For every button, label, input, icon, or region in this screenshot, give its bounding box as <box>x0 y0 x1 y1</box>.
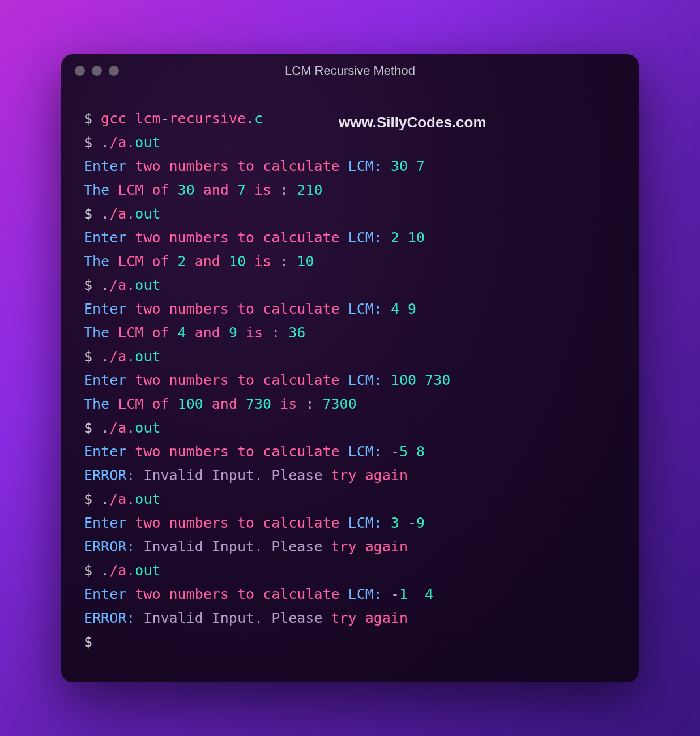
terminal-token: Enter <box>84 372 135 388</box>
terminal-token: /a <box>109 206 126 222</box>
terminal-token: two numbers to calculate <box>135 586 348 602</box>
terminal-token: 36 <box>288 324 305 341</box>
terminal-token: LCM of <box>118 253 177 269</box>
terminal-token: /a <box>109 562 126 579</box>
terminal-output[interactable]: $ gcc lcm-recursive.c$ ./a.outEnter two … <box>61 87 639 682</box>
terminal-token: /a <box>109 134 126 151</box>
terminal-token: . <box>246 110 254 127</box>
terminal-token: ERROR: <box>84 538 143 555</box>
terminal-token: and <box>203 396 246 412</box>
terminal-token: try again <box>331 467 408 483</box>
terminal-token: $ <box>84 491 101 507</box>
terminal-token: Enter <box>84 586 135 602</box>
terminal-token: LCM: <box>348 586 391 602</box>
terminal-token: The <box>84 396 118 412</box>
terminal-token: out <box>135 491 160 507</box>
terminal-token: /a <box>109 491 126 507</box>
terminal-token: LCM of <box>118 324 177 341</box>
terminal-token: $ <box>84 420 101 436</box>
terminal-line: $ ./a.out <box>84 131 616 155</box>
terminal-token: Enter <box>84 301 135 317</box>
terminal-token: 10 <box>229 253 246 269</box>
terminal-token: 9 <box>416 515 425 531</box>
terminal-token: . <box>101 348 109 365</box>
terminal-line: Enter two numbers to calculate LCM: -5 8 <box>84 440 616 464</box>
terminal-token: Invalid Input. Please <box>143 467 331 483</box>
terminal-token: $ <box>84 206 101 222</box>
close-dot[interactable] <box>75 66 85 76</box>
terminal-token: . <box>126 134 135 151</box>
terminal-token: : <box>271 324 288 341</box>
terminal-token: 5 8 <box>399 443 425 460</box>
titlebar: LCM Recursive Method <box>61 54 639 87</box>
terminal-token: 730 <box>246 396 271 412</box>
terminal-token: is <box>271 396 305 412</box>
terminal-token: is <box>237 324 271 341</box>
terminal-token: 4 9 <box>391 301 416 317</box>
terminal-token: 10 <box>297 253 314 269</box>
terminal-token: . <box>126 277 135 293</box>
terminal-token: . <box>101 134 109 151</box>
terminal-token: $ <box>84 134 101 151</box>
terminal-token: . <box>101 277 109 293</box>
zoom-dot[interactable] <box>109 66 119 76</box>
terminal-token: Enter <box>84 229 135 246</box>
terminal-token: LCM: <box>348 301 391 317</box>
terminal-token: Invalid Input. Please <box>143 538 331 555</box>
terminal-token: Invalid Input. Please <box>143 610 331 626</box>
terminal-token: Enter <box>84 158 135 174</box>
terminal-line: Enter two numbers to calculate LCM: 100 … <box>84 369 616 392</box>
terminal-token: The <box>84 253 118 269</box>
terminal-line: The LCM of 100 and 730 is : 7300 <box>84 392 616 416</box>
terminal-line: Enter two numbers to calculate LCM: 3 -9 <box>84 511 616 535</box>
terminal-token: - <box>408 515 416 531</box>
terminal-token: gcc lcm <box>101 110 160 127</box>
terminal-token: $ <box>84 110 101 127</box>
terminal-line: $ ./a.out <box>84 345 616 369</box>
terminal-line: $ ./a.out <box>84 202 616 226</box>
terminal-token: 30 7 <box>391 158 425 174</box>
terminal-token: two numbers to calculate <box>135 515 348 531</box>
terminal-token: : <box>280 182 297 198</box>
terminal-token: 100 <box>178 396 203 412</box>
terminal-token: $ <box>84 634 101 650</box>
terminal-token: LCM: <box>348 229 391 246</box>
terminal-line: ERROR: Invalid Input. Please try again <box>84 535 616 559</box>
terminal-line: $ ./a.out <box>84 487 616 511</box>
terminal-token: two numbers to calculate <box>135 301 348 317</box>
terminal-token: out <box>135 420 160 436</box>
terminal-line: $ ./a.out <box>84 273 616 297</box>
terminal-token: 2 <box>178 253 186 269</box>
terminal-token: two numbers to calculate <box>135 443 348 460</box>
terminal-line: ERROR: Invalid Input. Please try again <box>84 606 616 630</box>
terminal-token: recursive <box>169 110 246 127</box>
terminal-token: . <box>101 562 109 579</box>
terminal-token: 7 <box>237 182 246 198</box>
terminal-token: out <box>135 348 160 365</box>
terminal-line: Enter two numbers to calculate LCM: 4 9 <box>84 297 616 321</box>
terminal-line: The LCM of 4 and 9 is : 36 <box>84 321 616 345</box>
terminal-line: $ ./a.out <box>84 559 616 583</box>
terminal-token: - <box>160 110 169 127</box>
terminal-token: $ <box>84 348 101 365</box>
terminal-token: : <box>280 253 297 269</box>
terminal-token: 4 <box>178 324 186 341</box>
terminal-token: try again <box>331 538 408 555</box>
terminal-token: try again <box>331 610 408 626</box>
terminal-token: LCM: <box>348 515 391 531</box>
terminal-token: 1 4 <box>399 586 433 602</box>
terminal-token: out <box>135 562 160 579</box>
terminal-token: 2 10 <box>391 229 425 246</box>
terminal-token: /a <box>109 277 126 293</box>
terminal-token: two numbers to calculate <box>135 158 348 174</box>
terminal-token: $ <box>84 562 101 579</box>
terminal-token: $ <box>84 277 101 293</box>
terminal-token: LCM: <box>348 443 391 460</box>
terminal-token: out <box>135 206 160 222</box>
terminal-token: . <box>126 420 135 436</box>
minimize-dot[interactable] <box>92 66 102 76</box>
terminal-token: . <box>126 562 135 579</box>
window-title: LCM Recursive Method <box>61 63 639 78</box>
terminal-token: . <box>126 206 135 222</box>
terminal-window: LCM Recursive Method www.SillyCodes.com … <box>61 54 639 682</box>
